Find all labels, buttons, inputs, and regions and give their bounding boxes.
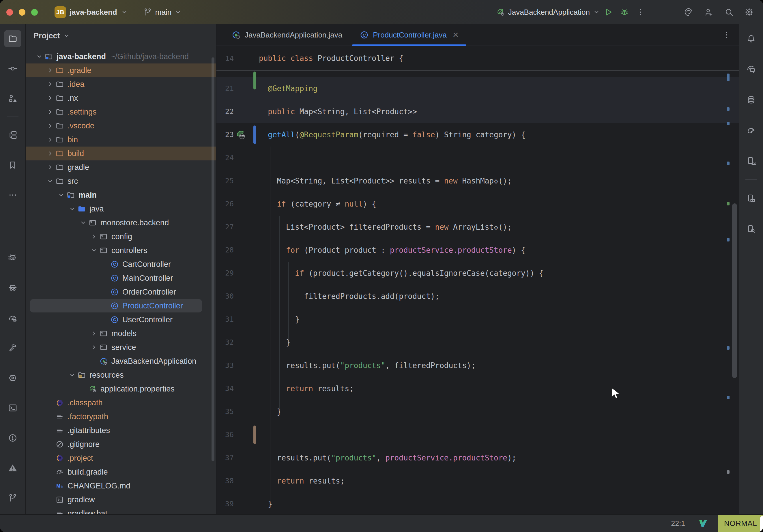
line-number[interactable]: 26 <box>216 192 234 216</box>
zoom-window-button[interactable] <box>31 9 38 16</box>
structure-tool-button[interactable] <box>4 90 21 107</box>
tree-item-controllers[interactable]: controllers <box>26 244 216 257</box>
running-devices-button[interactable] <box>742 152 760 170</box>
chevron-down-icon[interactable] <box>56 191 66 199</box>
line-number[interactable]: 36 <box>216 423 234 446</box>
tree-item-java-backend[interactable]: java-backend~/Github/java-backend <box>26 50 216 63</box>
tree-item-.classpath[interactable]: .classpath <box>26 396 216 410</box>
code-line-36[interactable]: 36 <box>216 423 739 446</box>
incognito-button[interactable] <box>4 279 21 297</box>
tree-item-src[interactable]: src <box>26 174 216 188</box>
version-control-tool-button[interactable] <box>4 489 21 507</box>
tree-item-resources[interactable]: resources <box>26 368 216 382</box>
code-line-34[interactable]: 34 return results; <box>216 377 739 400</box>
tree-item-config[interactable]: config <box>26 230 216 244</box>
tree-item-.factorypath[interactable]: .factorypath <box>26 410 216 424</box>
code-line-27[interactable]: 27 List<Product> filteredProducts = new … <box>216 216 739 239</box>
tree-item-bin[interactable]: bin <box>26 133 216 147</box>
tree-item-application.properties[interactable]: application.properties <box>26 382 216 396</box>
line-number[interactable]: 14 <box>216 47 234 70</box>
code-line-21[interactable]: 21 @GetMapping <box>216 77 739 100</box>
code-line-31[interactable]: 31 } <box>216 308 739 331</box>
gradle-tool-button[interactable] <box>742 122 760 139</box>
tree-item-gradlew.bat[interactable]: gradlew.bat <box>26 507 216 514</box>
code-area[interactable]: 21 @GetMapping22 public Map<String, List… <box>216 71 739 514</box>
chevron-down-icon[interactable] <box>34 53 45 60</box>
line-number[interactable]: 27 <box>216 216 234 239</box>
notifications-button[interactable] <box>742 30 760 47</box>
line-number[interactable]: 37 <box>216 446 234 470</box>
commit-tool-button[interactable] <box>4 60 21 77</box>
run-button[interactable] <box>600 4 616 20</box>
chevron-down-icon[interactable] <box>67 205 77 213</box>
line-number[interactable]: 24 <box>216 146 234 169</box>
code-line-33[interactable]: 33 results.put("products", filteredProdu… <box>216 354 739 377</box>
line-number[interactable]: 25 <box>216 169 234 192</box>
copilot-button[interactable] <box>4 249 21 266</box>
close-tab-button[interactable]: ✕ <box>453 31 459 40</box>
code-line-32[interactable]: 32 } <box>216 331 739 354</box>
tree-item-gradlew[interactable]: gradlew <box>26 493 216 507</box>
bookmarks-tool-button[interactable] <box>4 157 21 174</box>
project-panel-header[interactable]: Project <box>26 24 216 47</box>
tree-item-OrderController[interactable]: OrderController <box>26 285 216 299</box>
close-window-button[interactable] <box>6 9 13 16</box>
chevron-right-icon[interactable] <box>45 136 55 144</box>
code-line-39[interactable]: 39 } <box>216 492 739 514</box>
tree-item-monostore.backend[interactable]: monostore.backend <box>26 216 216 230</box>
chevron-right-icon[interactable] <box>89 344 99 351</box>
tree-item-CartController[interactable]: CartController <box>26 257 216 271</box>
problems-tool-button[interactable] <box>4 429 21 447</box>
code-line-14[interactable]: 14public class ProductController { <box>216 47 739 70</box>
tree-item-.idea[interactable]: .idea <box>26 77 216 91</box>
tree-item-.vscode[interactable]: .vscode <box>26 119 216 133</box>
tree-item-JavaBackendApplication[interactable]: JavaBackendApplication <box>26 354 216 368</box>
chevron-down-icon[interactable] <box>89 247 99 254</box>
tree-item-.gitattributes[interactable]: .gitattributes <box>26 424 216 437</box>
chevron-right-icon[interactable] <box>45 163 55 171</box>
chevron-right-icon[interactable] <box>45 108 55 116</box>
settings-button[interactable] <box>741 4 757 20</box>
chevron-right-icon[interactable] <box>45 122 55 130</box>
line-number[interactable]: 35 <box>216 400 234 423</box>
editor-scrollbar[interactable] <box>732 203 737 378</box>
services-tool-button[interactable] <box>4 369 21 386</box>
code-line-23[interactable]: 23 getAll(@RequestParam(required = false… <box>216 123 739 146</box>
line-number[interactable]: 39 <box>216 492 234 514</box>
line-number[interactable]: 29 <box>216 262 234 285</box>
line-number[interactable]: 30 <box>216 285 234 308</box>
tree-item-MainController[interactable]: MainController <box>26 271 216 285</box>
ideavim-icon[interactable] <box>698 518 708 528</box>
minimize-window-button[interactable] <box>19 9 25 16</box>
chevron-right-icon[interactable] <box>89 233 99 240</box>
tab-JavaBackendApplication.java[interactable]: JavaBackendApplication.java <box>223 24 351 46</box>
ai-assistant-button[interactable] <box>742 60 760 78</box>
tree-item-gradle[interactable]: gradle <box>26 160 216 174</box>
chevron-right-icon[interactable] <box>89 330 99 337</box>
tree-item-.gitignore[interactable]: .gitignore <box>26 437 216 451</box>
more-run-options-button[interactable] <box>632 4 649 20</box>
code-line-38[interactable]: 38 return results; <box>216 470 739 492</box>
change-marker[interactable] <box>253 126 256 144</box>
project-widget[interactable]: JB java-backend <box>54 6 128 18</box>
code-line-37[interactable]: 37 results.put("products", productServic… <box>216 446 739 470</box>
project-tool-button[interactable] <box>4 30 21 47</box>
chevron-right-icon[interactable] <box>45 150 55 157</box>
debug-button[interactable] <box>616 4 632 20</box>
chevron-down-icon[interactable] <box>45 177 55 185</box>
code-line-30[interactable]: 30 filteredProducts.add(product); <box>216 285 739 308</box>
caret-position[interactable]: 22:1 <box>671 519 685 528</box>
vim-mode-badge[interactable]: NORMAL <box>718 515 763 532</box>
line-number[interactable]: 22 <box>216 100 234 123</box>
code-line-29[interactable]: 29 if (product.getCategory().equalsIgnor… <box>216 262 739 285</box>
line-number[interactable]: 33 <box>216 354 234 377</box>
profiler-button[interactable] <box>4 309 21 327</box>
sticky-line[interactable]: 14public class ProductController { <box>216 47 739 71</box>
tab-options-button[interactable] <box>722 30 731 40</box>
code-line-24[interactable]: 24 <box>216 146 739 169</box>
tree-item-.settings[interactable]: .settings <box>26 105 216 119</box>
device-explorer-button[interactable] <box>742 220 760 238</box>
chevron-right-icon[interactable] <box>45 94 55 102</box>
line-number[interactable]: 28 <box>216 239 234 262</box>
tree-item-ProductController[interactable]: ProductController <box>26 299 216 313</box>
